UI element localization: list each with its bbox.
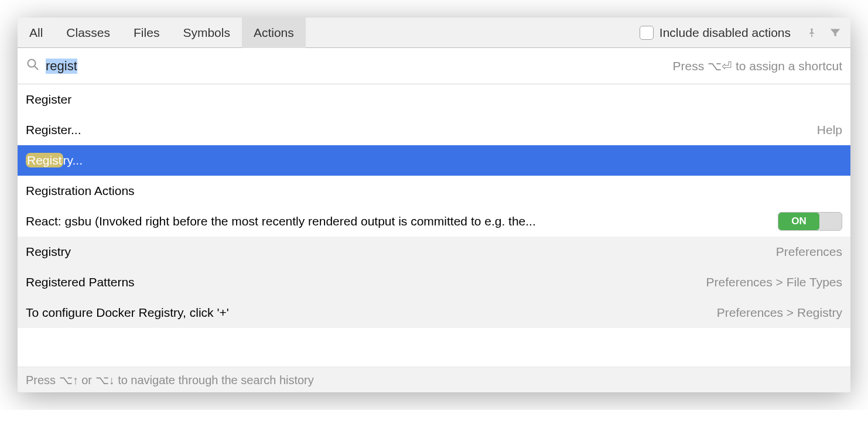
result-row[interactable]: React: gsbu (Invoked right before the mo… <box>18 206 850 237</box>
search-everywhere-dialog: All Classes Files Symbols Actions Includ… <box>18 18 850 392</box>
svg-line-1 <box>35 66 38 70</box>
tab-symbols[interactable]: Symbols <box>171 18 242 48</box>
result-context: Preferences > Registry <box>717 306 842 320</box>
tab-actions[interactable]: Actions <box>242 18 306 48</box>
result-context: Preferences <box>776 245 842 259</box>
checkbox-label: Include disabled actions <box>659 26 791 40</box>
filter-icon[interactable] <box>827 25 843 41</box>
svg-point-0 <box>28 60 36 67</box>
result-row[interactable]: Registration Actions <box>18 176 850 206</box>
result-label: Registry <box>26 245 776 259</box>
result-row[interactable]: To configure Docker Registry, click '+'P… <box>18 297 850 328</box>
footer-hint: Press ⌥↑ or ⌥↓ to navigate through the s… <box>26 373 314 387</box>
tab-label: Symbols <box>183 26 230 40</box>
result-row[interactable]: Registered PatternsPreferences > File Ty… <box>18 267 850 297</box>
tab-all[interactable]: All <box>18 18 54 48</box>
toggle-switch[interactable]: ON <box>778 212 842 231</box>
search-input[interactable] <box>46 59 673 74</box>
result-row[interactable]: Register...Help <box>18 115 850 145</box>
tab-label: Classes <box>66 26 110 40</box>
tab-label: Actions <box>254 26 294 40</box>
result-label: To configure Docker Registry, click '+' <box>26 306 717 320</box>
toggle-on-label: ON <box>778 213 819 230</box>
checkbox-box <box>640 26 654 40</box>
result-context: Preferences > File Types <box>706 275 842 289</box>
pin-icon[interactable] <box>804 25 820 41</box>
search-icon <box>26 57 40 74</box>
blank-area <box>18 328 850 367</box>
tab-label: Files <box>134 26 159 40</box>
result-label: Registered Patterns <box>26 275 706 289</box>
result-label: Registry... <box>26 153 842 167</box>
result-label: Registration Actions <box>26 184 842 198</box>
tab-label: All <box>29 26 43 40</box>
tabs-bar: All Classes Files Symbols Actions Includ… <box>18 18 850 48</box>
result-row[interactable]: RegistryPreferences <box>18 237 850 267</box>
search-row: Press ⌥⏎ to assign a shortcut <box>18 48 850 84</box>
result-row[interactable]: Registry... <box>18 145 850 176</box>
result-context: Help <box>817 123 842 137</box>
footer-bar: Press ⌥↑ or ⌥↓ to navigate through the s… <box>18 367 850 392</box>
result-label: React: gsbu (Invoked right before the mo… <box>26 214 778 228</box>
result-row[interactable]: Register <box>18 84 850 115</box>
result-label: Register <box>26 93 842 107</box>
shortcut-hint: Press ⌥⏎ to assign a shortcut <box>673 59 842 73</box>
result-label: Register... <box>26 123 817 137</box>
tab-files[interactable]: Files <box>122 18 171 48</box>
results-list: RegisterRegister...HelpRegistry...Regist… <box>18 84 850 328</box>
include-disabled-checkbox[interactable]: Include disabled actions <box>640 26 791 40</box>
match-highlight: Regist <box>26 153 63 167</box>
tab-classes[interactable]: Classes <box>54 18 122 48</box>
